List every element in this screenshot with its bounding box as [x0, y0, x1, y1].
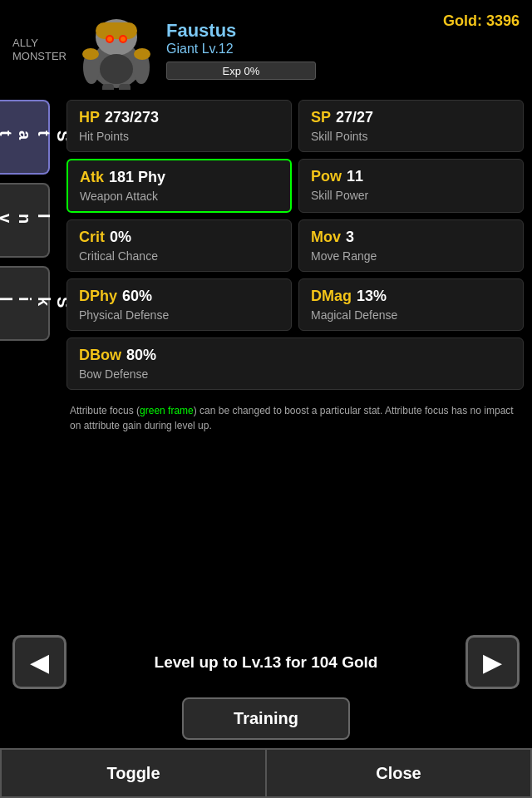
stat-label-dmag: Magical Defense: [311, 308, 511, 322]
svg-point-13: [134, 48, 150, 60]
svg-point-5: [107, 37, 112, 42]
gold-label: Gold:: [443, 12, 482, 29]
monster-type: Giant Lv.12: [166, 42, 520, 57]
focus-note-text: Attribute focus (green frame) can be cha…: [70, 405, 514, 431]
side-tabs: Stats Inv Skill: [0, 100, 50, 349]
stat-card-atk[interactable]: Atk 181 Phy Weapon Attack: [66, 159, 292, 213]
stat-label-sp: Skill Points: [311, 130, 511, 143]
stat-abbr-pow: Pow: [311, 168, 342, 185]
stat-abbr-dbow: DBow: [79, 347, 121, 364]
stat-abbr-atk: Atk: [80, 169, 104, 186]
stat-value-sp: 27/27: [336, 109, 373, 126]
gold-display: Gold: 3396: [443, 12, 520, 30]
svg-point-9: [100, 54, 133, 84]
stat-card-sp[interactable]: SP 27/27 Skill Points: [298, 100, 524, 152]
stat-label-hp: Hit Points: [79, 130, 279, 143]
stat-abbr-hp: HP: [79, 109, 100, 126]
levelup-text: Level up to Lv.13 for 104 Gold: [75, 653, 457, 672]
stats-grid: HP 273/273 Hit Points SP 27/27 Skill Poi…: [66, 100, 524, 272]
tab-inv-label: Inv: [0, 214, 53, 226]
monster-label: MONSTER: [12, 50, 66, 63]
stat-value-dbow: 80%: [126, 347, 156, 364]
stat-label-atk: Weapon Attack: [80, 190, 278, 203]
close-button[interactable]: Close: [266, 748, 532, 798]
stat-value-crit: 0%: [110, 229, 131, 246]
stat-abbr-mov: Mov: [311, 229, 341, 246]
monster-sprite: [75, 8, 158, 91]
stat-abbr-sp: SP: [311, 109, 331, 126]
gold-value: 3396: [486, 12, 520, 29]
tab-skill[interactable]: Skill: [0, 266, 50, 341]
stat-card-crit[interactable]: Crit 0% Critical Chance: [66, 219, 292, 272]
prev-level-button[interactable]: ◀: [12, 635, 66, 689]
stat-abbr-dmag: DMag: [311, 288, 352, 305]
training-button[interactable]: Training: [182, 697, 350, 740]
stat-card-dbow[interactable]: DBow 80% Bow Defense: [66, 337, 524, 390]
stat-value-mov: 3: [346, 229, 354, 246]
stat-abbr-crit: Crit: [79, 229, 105, 246]
levelup-row: ◀ Level up to Lv.13 for 104 Gold ▶: [12, 635, 520, 689]
next-level-button[interactable]: ▶: [466, 635, 520, 689]
bottom-bar: Toggle Close: [0, 748, 532, 798]
svg-rect-10: [102, 84, 114, 90]
stat-label-dphy: Physical Defense: [79, 308, 279, 322]
ally-label: ALLY: [12, 37, 66, 50]
svg-point-6: [121, 37, 126, 42]
exp-bar: Exp 0%: [166, 62, 316, 80]
tab-inv[interactable]: Inv: [0, 183, 50, 258]
stat-value-hp: 273/273: [105, 109, 159, 126]
defense-row: DPhy 60% Physical Defense DMag 13% Magic…: [66, 278, 524, 390]
stat-card-dmag[interactable]: DMag 13% Magical Defense: [298, 278, 524, 331]
stat-card-hp[interactable]: HP 273/273 Hit Points: [66, 100, 292, 152]
toggle-button[interactable]: Toggle: [0, 748, 266, 798]
focus-note: Attribute focus (green frame) can be cha…: [66, 397, 524, 440]
stat-value-atk: 181 Phy: [109, 169, 165, 186]
stat-value-dphy: 60%: [122, 288, 152, 305]
stat-label-crit: Critical Chance: [79, 249, 279, 263]
ally-monster-label: ALLY MONSTER: [12, 37, 66, 62]
stat-card-dphy[interactable]: DPhy 60% Physical Defense: [66, 278, 292, 331]
left-arrow-icon: ◀: [30, 648, 49, 677]
tab-stats[interactable]: Stats: [0, 100, 50, 175]
svg-point-12: [82, 48, 99, 60]
stat-card-mov[interactable]: Mov 3 Move Range: [298, 219, 524, 272]
right-arrow-icon: ▶: [483, 648, 502, 677]
monster-icon: [79, 11, 154, 90]
stat-value-dmag: 13%: [357, 288, 387, 305]
header: ALLY MONSTER: [0, 0, 532, 100]
stat-label-pow: Skill Power: [311, 189, 511, 202]
stat-card-pow[interactable]: Pow 11 Skill Power: [298, 159, 524, 213]
svg-rect-2: [96, 22, 137, 39]
stat-value-pow: 11: [347, 168, 363, 185]
svg-rect-11: [119, 84, 131, 90]
levelup-section: ◀ Level up to Lv.13 for 104 Gold ▶ Train…: [0, 627, 532, 748]
exp-text: Exp 0%: [223, 65, 260, 77]
stat-label-dbow: Bow Defense: [79, 367, 511, 381]
stat-abbr-dphy: DPhy: [79, 288, 117, 305]
stat-label-mov: Move Range: [311, 249, 511, 263]
